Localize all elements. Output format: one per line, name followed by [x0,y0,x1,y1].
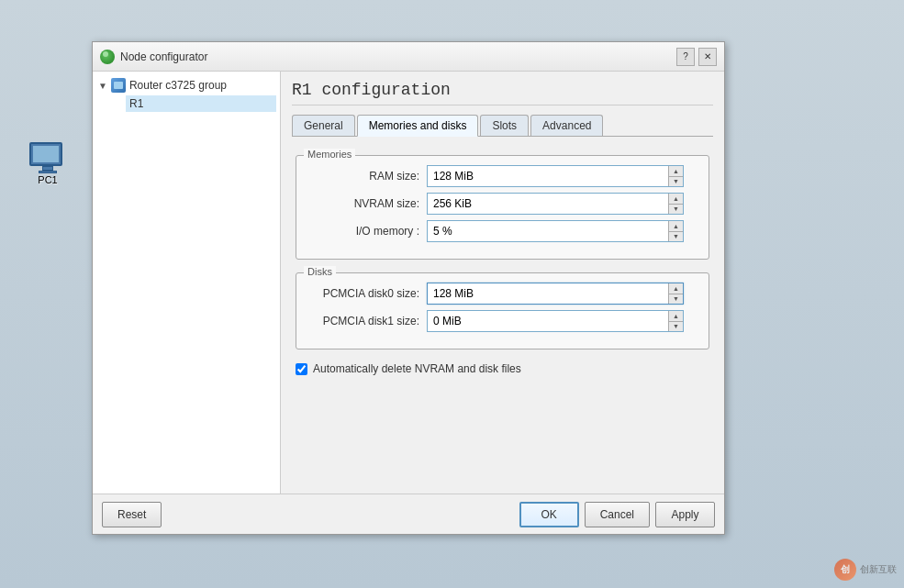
tab-advanced[interactable]: Advanced [530,115,603,136]
disk1-size-label: PCMCIA disk1 size: [307,315,427,327]
brand-name: 创新互联 [860,563,897,576]
auto-delete-checkbox-row: Automatically delete NVRAM and disk file… [296,362,709,375]
disk0-size-spinner: ▲ ▼ [427,283,684,305]
title-bar: Node configurator ? ✕ [93,42,724,72]
left-panel: ▼ Router c3725 group R1 [93,72,281,494]
tabs: General Memories and disks Slots Advance… [292,115,713,137]
branding: 创 创新互联 [834,559,897,581]
ram-size-down[interactable]: ▼ [669,177,683,187]
disk1-size-down[interactable]: ▼ [669,322,683,332]
auto-delete-checkbox[interactable] [296,363,307,375]
app-icon [100,50,115,64]
disk0-size-up[interactable]: ▲ [669,283,683,294]
tab-general[interactable]: General [292,115,355,136]
memories-group: Memories RAM size: ▲ ▼ [296,155,709,260]
ram-size-input[interactable] [428,166,668,186]
tree-expand-icon: ▼ [98,81,107,91]
tab-slots[interactable]: Slots [480,115,529,136]
disk0-size-input-wrap: ▲ ▼ [427,283,698,305]
tree-group[interactable]: ▼ Router c3725 group [96,75,276,95]
ram-size-input-wrap: ▲ ▼ [427,165,698,187]
dialog-footer: Reset OK Cancel Apply [93,494,724,534]
ok-button[interactable]: OK [519,502,579,527]
io-memory-label: I/O memory : [307,225,427,238]
nvram-size-spinner-btns: ▲ ▼ [668,194,683,214]
footer-left: Reset [102,502,162,527]
disk1-size-input-wrap: ▲ ▼ [427,310,698,332]
dialog-title: Node configurator [120,50,207,63]
pc1-label: PC1 [38,174,57,185]
disks-group-label: Disks [304,266,336,277]
nvram-size-down[interactable]: ▼ [669,205,683,215]
io-memory-row: I/O memory : ▲ ▼ [307,220,698,242]
ram-size-label: RAM size: [307,170,427,183]
nvram-size-row: NVRAM size: ▲ ▼ [307,193,698,215]
pc1-monitor-icon [29,142,66,172]
auto-delete-label: Automatically delete NVRAM and disk file… [313,362,521,375]
ram-size-row: RAM size: ▲ ▼ [307,165,698,187]
disk0-size-input[interactable] [428,283,668,304]
nvram-size-input-wrap: ▲ ▼ [427,193,698,215]
tab-memories-and-disks[interactable]: Memories and disks [357,115,479,137]
io-memory-spinner-btns: ▲ ▼ [668,221,683,241]
nvram-size-label: NVRAM size: [307,197,427,210]
ram-size-spinner-btns: ▲ ▼ [668,166,683,186]
cancel-button[interactable]: Cancel [585,502,650,527]
disk0-size-spinner-btns: ▲ ▼ [668,283,683,304]
disk1-size-spinner: ▲ ▼ [427,310,684,332]
disk1-size-spinner-btns: ▲ ▼ [668,311,683,331]
node-configurator-dialog: Node configurator ? ✕ ▼ Router c3725 gro… [92,41,725,535]
io-memory-spinner: ▲ ▼ [427,220,684,242]
title-bar-controls: ? ✕ [676,48,717,66]
footer-right: OK Cancel Apply [519,502,715,527]
brand-logo-icon: 创 [834,559,856,581]
nvram-size-up[interactable]: ▲ [669,194,683,205]
disk0-size-down[interactable]: ▼ [669,294,683,305]
ram-size-spinner: ▲ ▼ [427,165,684,187]
disks-group: Disks PCMCIA disk0 size: ▲ ▼ [296,272,709,349]
io-memory-down[interactable]: ▼ [669,232,683,242]
disk0-size-row: PCMCIA disk0 size: ▲ ▼ [307,283,698,305]
config-title: R1 configuration [292,81,713,105]
reset-button[interactable]: Reset [102,502,162,527]
io-memory-up[interactable]: ▲ [669,221,683,232]
io-memory-input-wrap: ▲ ▼ [427,220,698,242]
tab-content-memories-disks: Memories RAM size: ▲ ▼ [292,148,713,383]
disk0-size-label: PCMCIA disk0 size: [307,287,427,300]
memories-group-label: Memories [304,149,355,160]
io-memory-input[interactable] [428,221,668,241]
router-icon [111,78,126,93]
disk1-size-input[interactable] [428,311,668,331]
tree-group-label: Router c3725 group [129,79,227,92]
tree-child-r1[interactable]: R1 [126,95,276,112]
apply-button[interactable]: Apply [655,502,715,527]
disk1-size-up[interactable]: ▲ [669,311,683,322]
pc1-desktop-icon[interactable]: PC1 [29,142,66,185]
close-button[interactable]: ✕ [698,48,717,66]
disk1-size-row: PCMCIA disk1 size: ▲ ▼ [307,310,698,332]
title-bar-left: Node configurator [100,50,207,64]
nvram-size-input[interactable] [428,194,668,214]
ram-size-up[interactable]: ▲ [669,166,683,177]
dialog-body: ▼ Router c3725 group R1 R1 configuration… [93,72,724,494]
help-button[interactable]: ? [676,48,695,66]
nvram-size-spinner: ▲ ▼ [427,193,684,215]
desktop: PC1 Node configurator ? ✕ ▼ [0,0,904,588]
right-panel: R1 configuration General Memories and di… [281,72,724,494]
